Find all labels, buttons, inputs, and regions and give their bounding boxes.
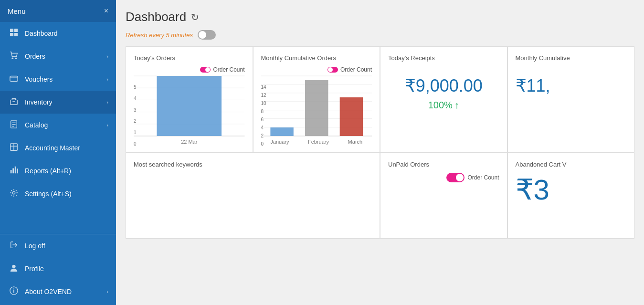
percent-arrow-icon: ↑	[454, 100, 459, 111]
todays-receipts-card: Today's Receipts ₹9,000.00 100% ↑	[380, 46, 507, 153]
refresh-label: Refresh every 5 minutes	[126, 32, 193, 39]
svg-rect-33	[157, 76, 222, 136]
logoff-label: Log off	[25, 242, 108, 250]
svg-rect-44	[339, 97, 362, 136]
logoff-icon	[8, 241, 20, 251]
most-searched-title: Most searched keywords	[134, 161, 372, 168]
inventory-icon	[8, 97, 20, 107]
sidebar: Menu × Dashboard Orders ›	[0, 0, 116, 305]
sidebar-item-reports[interactable]: Reports (Alt+R)	[0, 159, 116, 182]
dashboard-label: Dashboard	[25, 30, 108, 37]
sidebar-item-orders[interactable]: Orders ›	[0, 45, 116, 68]
accounting-icon	[8, 143, 20, 153]
svg-rect-6	[10, 76, 18, 82]
svg-rect-1	[14, 29, 18, 32]
svg-rect-19	[15, 167, 16, 173]
page-header: Dashboard ↻	[126, 10, 634, 24]
abandoned-cart-card: Abandoned Cart V ₹3	[507, 153, 635, 239]
svg-rect-20	[17, 168, 18, 173]
profile-label: Profile	[25, 265, 108, 273]
sidebar-item-logoff[interactable]: Log off	[0, 234, 116, 257]
sidebar-item-about[interactable]: About O2VEND ›	[0, 280, 116, 303]
percent-value: 100%	[428, 100, 453, 111]
unpaid-orders-card: UnPaid Orders Order Count	[380, 153, 507, 239]
refresh-bar: Refresh every 5 minutes	[126, 30, 634, 40]
settings-icon	[8, 189, 20, 199]
unpaid-toggle-knob	[456, 174, 464, 181]
sidebar-item-catalog[interactable]: Catalog ›	[0, 114, 116, 137]
jan-label: January	[270, 139, 289, 145]
svg-point-26	[13, 288, 14, 289]
todays-orders-card: Today's Orders Order Count 543210	[126, 46, 253, 153]
inventory-label: Inventory	[25, 98, 106, 106]
refresh-toggle[interactable]	[198, 30, 216, 40]
unpaid-toggle[interactable]	[446, 173, 465, 182]
toggle-knob	[199, 31, 206, 39]
sidebar-header: Menu ×	[0, 0, 116, 22]
x-axis-label-today: 22 Mar	[134, 139, 245, 145]
orders-label: Orders	[25, 53, 106, 60]
catalog-icon	[8, 120, 20, 130]
dashboard-grid-row1: Today's Orders Order Count 543210	[126, 46, 634, 153]
svg-rect-18	[12, 168, 14, 173]
menu-label: Menu	[8, 7, 26, 15]
todays-orders-chart: 543210 22 Mar	[134, 75, 245, 145]
monthly-receipts-amount: ₹11,	[516, 76, 627, 96]
svg-rect-17	[11, 170, 12, 173]
sidebar-item-inventory[interactable]: Inventory ›	[0, 91, 116, 114]
monthly-chart: 14121086420	[261, 75, 372, 145]
vouchers-icon	[8, 74, 20, 84]
bar-chart-today	[134, 75, 245, 137]
monthly-legend: Order Count	[340, 66, 372, 73]
todays-orders-title: Today's Orders	[134, 54, 245, 62]
refresh-icon[interactable]: ↻	[191, 11, 199, 23]
reports-label: Reports (Alt+R)	[25, 167, 108, 175]
percent-badge: 100% ↑	[388, 100, 499, 111]
svg-rect-43	[305, 80, 328, 136]
abandoned-cart-amount: ₹3	[516, 173, 627, 206]
page-title: Dashboard	[126, 10, 186, 24]
most-searched-card: Most searched keywords	[126, 153, 380, 239]
unpaid-orders-title: UnPaid Orders	[388, 161, 499, 168]
sidebar-item-settings[interactable]: Settings (Alt+S)	[0, 182, 116, 205]
svg-rect-2	[10, 33, 13, 36]
svg-point-5	[15, 58, 17, 60]
inventory-arrow-icon: ›	[106, 99, 108, 105]
svg-rect-8	[11, 100, 17, 105]
monthly-cumulative-title: Monthly Cumulative Orders	[261, 54, 372, 62]
orders-arrow-icon: ›	[106, 53, 108, 59]
dashboard-icon	[8, 28, 20, 39]
sidebar-item-vouchers[interactable]: Vouchers ›	[0, 68, 116, 91]
settings-label: Settings (Alt+S)	[25, 190, 108, 198]
vouchers-label: Vouchers	[25, 75, 106, 83]
about-icon	[8, 286, 20, 297]
orders-icon	[8, 51, 20, 62]
svg-rect-0	[10, 29, 13, 32]
monthly-cumulative-card: Monthly Cumulative Orders Order Count 14…	[253, 46, 380, 153]
sidebar-item-accounting[interactable]: Accounting Master	[0, 137, 116, 159]
todays-orders-legend: Order Count	[213, 66, 244, 73]
todays-receipts-amount: ₹9,000.00	[388, 76, 499, 96]
catalog-arrow-icon: ›	[106, 122, 108, 128]
feb-label: February	[308, 139, 329, 145]
sidebar-bottom: Log off Profile About O2VEND ›	[0, 234, 116, 305]
sidebar-close-icon[interactable]: ×	[104, 7, 108, 15]
sidebar-item-dashboard[interactable]: Dashboard	[0, 22, 116, 45]
unpaid-legend: Order Count	[467, 174, 499, 181]
monthly-cumulative-receipts-card: Monthly Cumulative ₹11,	[507, 46, 635, 153]
y-axis-labels: 543210	[134, 84, 141, 147]
sidebar-item-profile[interactable]: Profile	[0, 257, 116, 280]
sidebar-nav: Dashboard Orders › Vouchers ›	[0, 22, 116, 234]
profile-icon	[8, 263, 20, 274]
svg-rect-3	[14, 33, 18, 36]
unpaid-toggle-area: Order Count	[388, 173, 499, 182]
monthly-bar-chart	[261, 75, 372, 137]
todays-receipts-title: Today's Receipts	[388, 54, 499, 62]
about-label: About O2VEND	[25, 288, 106, 295]
vouchers-arrow-icon: ›	[106, 76, 108, 82]
main-content: Dashboard ↻ Refresh every 5 minutes Toda…	[116, 0, 644, 305]
svg-rect-42	[270, 127, 293, 136]
monthly-cumulative-receipts-title: Monthly Cumulative	[516, 54, 627, 62]
svg-point-21	[12, 191, 15, 194]
svg-point-4	[12, 58, 14, 60]
